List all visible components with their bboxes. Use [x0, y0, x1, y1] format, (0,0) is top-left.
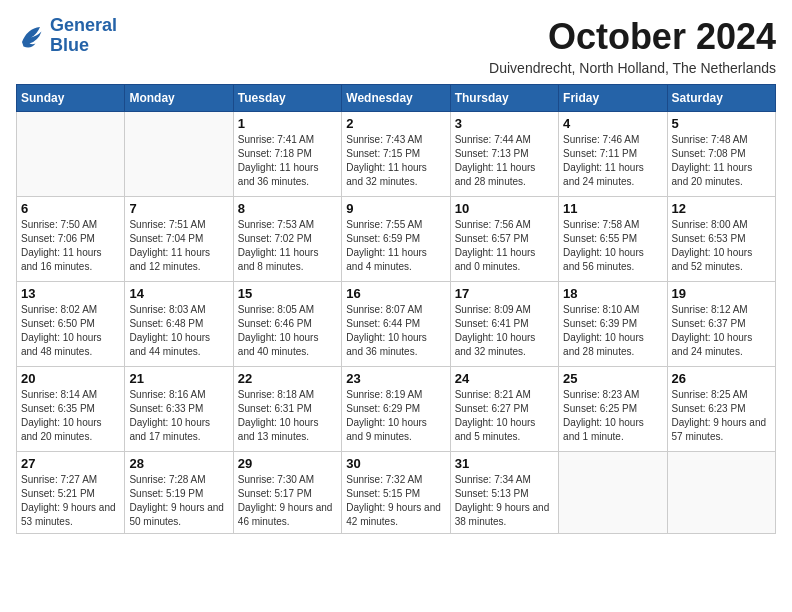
- day-info: Sunrise: 8:21 AMSunset: 6:27 PMDaylight:…: [455, 388, 554, 444]
- day-info: Sunrise: 7:48 AMSunset: 7:08 PMDaylight:…: [672, 133, 771, 189]
- calendar-day-cell: 29 Sunrise: 7:30 AMSunset: 5:17 PMDaylig…: [233, 452, 341, 534]
- day-info: Sunrise: 7:51 AMSunset: 7:04 PMDaylight:…: [129, 218, 228, 274]
- calendar-day-cell: 23 Sunrise: 8:19 AMSunset: 6:29 PMDaylig…: [342, 367, 450, 452]
- calendar-week-row: 27 Sunrise: 7:27 AMSunset: 5:21 PMDaylig…: [17, 452, 776, 534]
- day-info: Sunrise: 7:43 AMSunset: 7:15 PMDaylight:…: [346, 133, 445, 189]
- day-info: Sunrise: 7:41 AMSunset: 7:18 PMDaylight:…: [238, 133, 337, 189]
- calendar-day-cell: 22 Sunrise: 8:18 AMSunset: 6:31 PMDaylig…: [233, 367, 341, 452]
- calendar-day-cell: 26 Sunrise: 8:25 AMSunset: 6:23 PMDaylig…: [667, 367, 775, 452]
- day-number: 24: [455, 371, 554, 386]
- day-number: 30: [346, 456, 445, 471]
- day-info: Sunrise: 8:00 AMSunset: 6:53 PMDaylight:…: [672, 218, 771, 274]
- calendar-day-cell: 7 Sunrise: 7:51 AMSunset: 7:04 PMDayligh…: [125, 197, 233, 282]
- day-info: Sunrise: 8:03 AMSunset: 6:48 PMDaylight:…: [129, 303, 228, 359]
- weekday-header: Monday: [125, 85, 233, 112]
- calendar-day-cell: [125, 112, 233, 197]
- title-block: October 2024 Duivendrecht, North Holland…: [489, 16, 776, 76]
- day-info: Sunrise: 7:32 AMSunset: 5:15 PMDaylight:…: [346, 473, 445, 529]
- calendar-day-cell: 1 Sunrise: 7:41 AMSunset: 7:18 PMDayligh…: [233, 112, 341, 197]
- day-number: 19: [672, 286, 771, 301]
- day-number: 5: [672, 116, 771, 131]
- day-number: 29: [238, 456, 337, 471]
- day-number: 31: [455, 456, 554, 471]
- day-number: 16: [346, 286, 445, 301]
- day-info: Sunrise: 8:09 AMSunset: 6:41 PMDaylight:…: [455, 303, 554, 359]
- day-info: Sunrise: 8:12 AMSunset: 6:37 PMDaylight:…: [672, 303, 771, 359]
- weekday-header: Tuesday: [233, 85, 341, 112]
- calendar-day-cell: [17, 112, 125, 197]
- calendar-day-cell: 24 Sunrise: 8:21 AMSunset: 6:27 PMDaylig…: [450, 367, 558, 452]
- calendar-week-row: 20 Sunrise: 8:14 AMSunset: 6:35 PMDaylig…: [17, 367, 776, 452]
- weekday-header: Saturday: [667, 85, 775, 112]
- calendar-day-cell: 12 Sunrise: 8:00 AMSunset: 6:53 PMDaylig…: [667, 197, 775, 282]
- day-info: Sunrise: 8:14 AMSunset: 6:35 PMDaylight:…: [21, 388, 120, 444]
- calendar-day-cell: 14 Sunrise: 8:03 AMSunset: 6:48 PMDaylig…: [125, 282, 233, 367]
- day-info: Sunrise: 8:02 AMSunset: 6:50 PMDaylight:…: [21, 303, 120, 359]
- day-number: 7: [129, 201, 228, 216]
- calendar-day-cell: 30 Sunrise: 7:32 AMSunset: 5:15 PMDaylig…: [342, 452, 450, 534]
- calendar-day-cell: 20 Sunrise: 8:14 AMSunset: 6:35 PMDaylig…: [17, 367, 125, 452]
- day-number: 28: [129, 456, 228, 471]
- calendar-day-cell: 4 Sunrise: 7:46 AMSunset: 7:11 PMDayligh…: [559, 112, 667, 197]
- day-number: 23: [346, 371, 445, 386]
- day-number: 2: [346, 116, 445, 131]
- calendar-day-cell: 16 Sunrise: 8:07 AMSunset: 6:44 PMDaylig…: [342, 282, 450, 367]
- day-number: 1: [238, 116, 337, 131]
- logo-icon: [16, 21, 46, 51]
- logo: GeneralBlue: [16, 16, 117, 56]
- day-info: Sunrise: 8:07 AMSunset: 6:44 PMDaylight:…: [346, 303, 445, 359]
- weekday-header: Wednesday: [342, 85, 450, 112]
- day-info: Sunrise: 8:19 AMSunset: 6:29 PMDaylight:…: [346, 388, 445, 444]
- calendar-day-cell: 15 Sunrise: 8:05 AMSunset: 6:46 PMDaylig…: [233, 282, 341, 367]
- calendar-day-cell: 10 Sunrise: 7:56 AMSunset: 6:57 PMDaylig…: [450, 197, 558, 282]
- calendar-day-cell: 5 Sunrise: 7:48 AMSunset: 7:08 PMDayligh…: [667, 112, 775, 197]
- weekday-header-row: SundayMondayTuesdayWednesdayThursdayFrid…: [17, 85, 776, 112]
- page-header: GeneralBlue October 2024 Duivendrecht, N…: [16, 16, 776, 76]
- calendar-day-cell: 31 Sunrise: 7:34 AMSunset: 5:13 PMDaylig…: [450, 452, 558, 534]
- day-info: Sunrise: 7:30 AMSunset: 5:17 PMDaylight:…: [238, 473, 337, 529]
- day-info: Sunrise: 7:27 AMSunset: 5:21 PMDaylight:…: [21, 473, 120, 529]
- calendar-day-cell: 19 Sunrise: 8:12 AMSunset: 6:37 PMDaylig…: [667, 282, 775, 367]
- day-number: 12: [672, 201, 771, 216]
- day-number: 9: [346, 201, 445, 216]
- day-number: 26: [672, 371, 771, 386]
- day-info: Sunrise: 8:10 AMSunset: 6:39 PMDaylight:…: [563, 303, 662, 359]
- day-number: 20: [21, 371, 120, 386]
- day-info: Sunrise: 7:56 AMSunset: 6:57 PMDaylight:…: [455, 218, 554, 274]
- day-number: 11: [563, 201, 662, 216]
- day-number: 8: [238, 201, 337, 216]
- day-info: Sunrise: 7:44 AMSunset: 7:13 PMDaylight:…: [455, 133, 554, 189]
- day-info: Sunrise: 7:34 AMSunset: 5:13 PMDaylight:…: [455, 473, 554, 529]
- day-number: 3: [455, 116, 554, 131]
- calendar-day-cell: 21 Sunrise: 8:16 AMSunset: 6:33 PMDaylig…: [125, 367, 233, 452]
- calendar-day-cell: [667, 452, 775, 534]
- calendar-day-cell: 13 Sunrise: 8:02 AMSunset: 6:50 PMDaylig…: [17, 282, 125, 367]
- calendar-day-cell: 18 Sunrise: 8:10 AMSunset: 6:39 PMDaylig…: [559, 282, 667, 367]
- day-number: 25: [563, 371, 662, 386]
- calendar-day-cell: 27 Sunrise: 7:27 AMSunset: 5:21 PMDaylig…: [17, 452, 125, 534]
- day-number: 18: [563, 286, 662, 301]
- day-number: 14: [129, 286, 228, 301]
- calendar-day-cell: 3 Sunrise: 7:44 AMSunset: 7:13 PMDayligh…: [450, 112, 558, 197]
- calendar-day-cell: [559, 452, 667, 534]
- logo-text: GeneralBlue: [50, 16, 117, 56]
- day-info: Sunrise: 8:23 AMSunset: 6:25 PMDaylight:…: [563, 388, 662, 444]
- day-info: Sunrise: 7:46 AMSunset: 7:11 PMDaylight:…: [563, 133, 662, 189]
- weekday-header: Friday: [559, 85, 667, 112]
- day-info: Sunrise: 7:53 AMSunset: 7:02 PMDaylight:…: [238, 218, 337, 274]
- weekday-header: Sunday: [17, 85, 125, 112]
- day-number: 21: [129, 371, 228, 386]
- day-info: Sunrise: 7:58 AMSunset: 6:55 PMDaylight:…: [563, 218, 662, 274]
- day-info: Sunrise: 8:25 AMSunset: 6:23 PMDaylight:…: [672, 388, 771, 444]
- day-info: Sunrise: 7:55 AMSunset: 6:59 PMDaylight:…: [346, 218, 445, 274]
- day-number: 22: [238, 371, 337, 386]
- day-number: 10: [455, 201, 554, 216]
- day-number: 13: [21, 286, 120, 301]
- calendar-day-cell: 17 Sunrise: 8:09 AMSunset: 6:41 PMDaylig…: [450, 282, 558, 367]
- calendar-day-cell: 11 Sunrise: 7:58 AMSunset: 6:55 PMDaylig…: [559, 197, 667, 282]
- day-number: 4: [563, 116, 662, 131]
- calendar-day-cell: 8 Sunrise: 7:53 AMSunset: 7:02 PMDayligh…: [233, 197, 341, 282]
- month-title: October 2024: [489, 16, 776, 58]
- calendar-day-cell: 6 Sunrise: 7:50 AMSunset: 7:06 PMDayligh…: [17, 197, 125, 282]
- calendar-day-cell: 2 Sunrise: 7:43 AMSunset: 7:15 PMDayligh…: [342, 112, 450, 197]
